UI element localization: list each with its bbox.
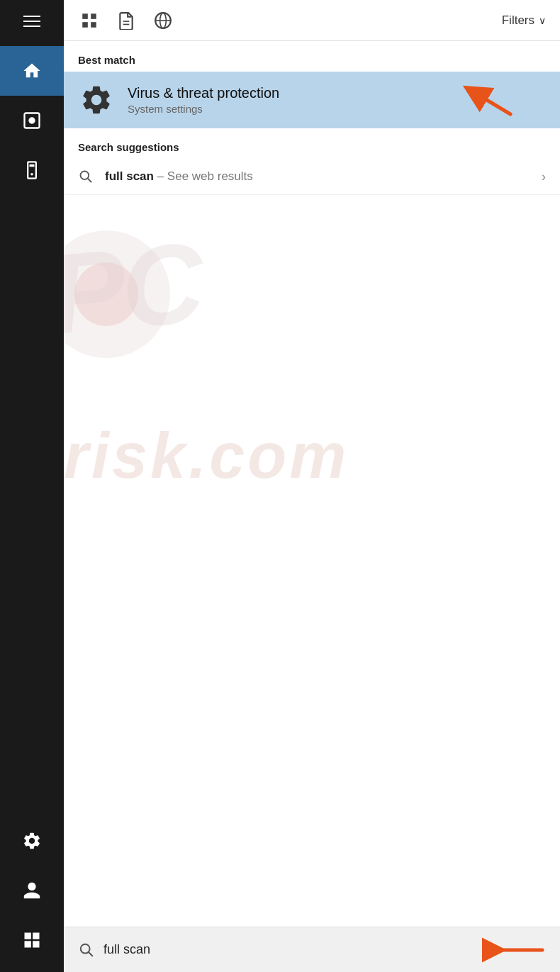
sidebar-item-settings[interactable] xyxy=(0,816,64,866)
suggestion-query: full scan xyxy=(105,169,154,183)
watermark-risk: risk.com xyxy=(64,420,349,493)
tower-icon xyxy=(22,160,42,180)
svg-point-4 xyxy=(30,173,33,176)
record-icon xyxy=(22,111,42,130)
user-icon xyxy=(22,881,42,900)
filters-label: Filters xyxy=(502,13,534,28)
watermark-area: PC risk.com xyxy=(64,195,560,549)
suggestion-extra: – See web results xyxy=(154,169,253,183)
grid-view-button[interactable] xyxy=(78,9,101,32)
search-input[interactable] xyxy=(103,942,474,957)
best-match-label: Best match xyxy=(64,41,560,72)
virus-protection-icon xyxy=(78,82,115,118)
main-content: Filters ∨ Best match Virus & threat prot… xyxy=(64,0,560,972)
suggestion-text: full scan – See web results xyxy=(105,169,530,184)
search-suggestion-icon xyxy=(78,169,94,184)
globe-icon xyxy=(154,11,172,30)
suggestions-section: Search suggestions full scan – See web r… xyxy=(64,128,560,195)
sidebar-item-home[interactable] xyxy=(0,46,64,96)
svg-rect-8 xyxy=(91,22,96,28)
best-match-item[interactable]: Virus & threat protection System setting… xyxy=(64,72,560,128)
sidebar-item-record[interactable] xyxy=(0,96,64,145)
search-bar xyxy=(64,927,560,972)
svg-rect-6 xyxy=(91,13,96,19)
toolbar: Filters ∨ xyxy=(64,0,560,41)
hamburger-menu[interactable] xyxy=(0,0,64,43)
settings-icon xyxy=(22,831,42,851)
svg-point-1 xyxy=(28,117,35,123)
svg-rect-2 xyxy=(28,162,36,178)
arrow-annotation-left xyxy=(482,932,546,968)
sidebar-item-user[interactable] xyxy=(0,866,64,915)
hamburger-icon xyxy=(23,16,40,27)
filters-button[interactable]: Filters ∨ xyxy=(502,13,546,28)
sidebar xyxy=(0,0,64,972)
results-area: Best match Virus & threat protection Sys… xyxy=(64,41,560,927)
watermark-pc: PC xyxy=(64,217,206,360)
windows-icon xyxy=(22,930,42,950)
svg-rect-3 xyxy=(30,164,35,167)
search-suggestions-label: Search suggestions xyxy=(64,128,560,159)
search-bar-icon xyxy=(78,942,95,959)
grid-icon xyxy=(80,11,99,30)
svg-line-16 xyxy=(88,179,91,182)
sidebar-nav xyxy=(0,43,64,816)
suggestion-item-full-scan[interactable]: full scan – See web results › xyxy=(64,159,560,195)
document-icon xyxy=(117,11,135,30)
svg-line-18 xyxy=(89,952,92,956)
globe-button[interactable] xyxy=(152,9,174,32)
home-icon xyxy=(22,61,42,81)
svg-rect-7 xyxy=(82,22,88,28)
sidebar-item-tower[interactable] xyxy=(0,145,64,195)
suggestion-chevron-icon: › xyxy=(542,169,546,184)
chevron-down-icon: ∨ xyxy=(539,15,546,26)
document-button[interactable] xyxy=(115,9,138,32)
svg-rect-5 xyxy=(82,13,88,19)
arrow-annotation-up xyxy=(461,79,517,121)
sidebar-bottom xyxy=(0,816,64,972)
sidebar-item-windows[interactable] xyxy=(0,915,64,965)
